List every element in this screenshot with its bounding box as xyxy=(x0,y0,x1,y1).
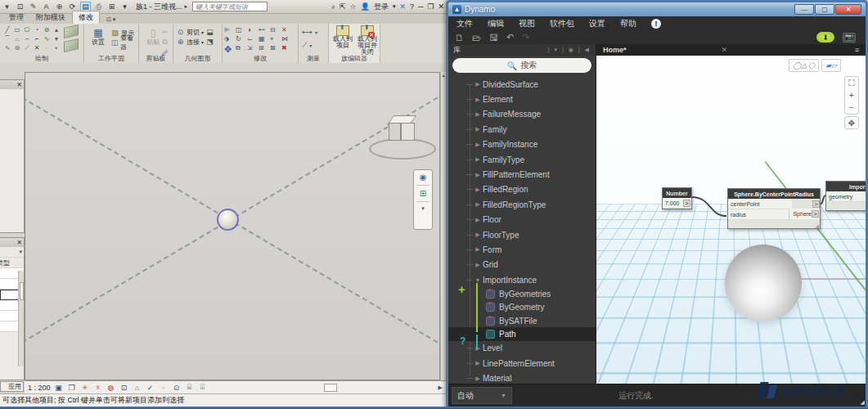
node-sphere-title[interactable]: Sphere.ByCenterPointRadius xyxy=(728,189,820,199)
visual-style-icon[interactable]: ❒ xyxy=(67,383,77,393)
edit-type-button[interactable]: 编辑类型 xyxy=(0,258,24,268)
unlock-view-icon[interactable]: ✓ xyxy=(146,383,155,393)
viewcube-front-face[interactable] xyxy=(401,123,415,141)
geometry-view-button[interactable]: ◯△⬡ xyxy=(789,59,819,72)
workspace-menu-icon[interactable]: ≡ xyxy=(855,46,859,54)
qat-dropdown-icon[interactable]: ▾ xyxy=(2,2,12,12)
reveal-hidden-icon[interactable]: ⊙ xyxy=(172,383,182,393)
spline2-icon[interactable]: ∿ xyxy=(42,34,52,43)
expand-arrow-icon[interactable]: ▶ xyxy=(473,97,483,103)
extrusion-icon[interactable] xyxy=(64,25,79,38)
export-image-camera-icon[interactable]: 📷 xyxy=(843,33,856,43)
extend-icon[interactable]: ⊷ xyxy=(259,26,270,35)
expand-arrow-icon[interactable]: ▶ xyxy=(473,360,483,366)
spline-tool-icon[interactable]: ∿ xyxy=(2,43,12,52)
cut-scissors-icon[interactable]: ✂ xyxy=(160,27,169,36)
lib-item-familyinstance[interactable]: ▶FamilyInstance xyxy=(448,137,596,152)
output-port[interactable]: > xyxy=(812,210,819,218)
split-icon[interactable]: ⊟ xyxy=(270,26,281,35)
node-number-title[interactable]: Number xyxy=(663,188,691,198)
expand-arrow-icon[interactable]: ▶ xyxy=(473,126,483,133)
cut-geometry-button[interactable]: ⊙剪切▾⬓ xyxy=(176,27,214,37)
workplane-viewer-button[interactable]: ◫查看器 xyxy=(110,38,138,47)
set-workplane-button[interactable]: ▦ 设置 xyxy=(86,26,110,46)
delete-x-icon[interactable]: ✖ xyxy=(281,44,293,53)
close-button[interactable]: ✕ xyxy=(835,4,861,15)
trim-icon[interactable]: ⌙ xyxy=(247,35,259,44)
apply-button[interactable]: 应用 xyxy=(0,381,24,392)
node-importinstance[interactable]: Importin geometry xyxy=(825,181,866,211)
ellipse2-icon[interactable]: ⊖ xyxy=(12,43,22,52)
lib-item-familytype[interactable]: ▶FamilyType xyxy=(448,152,596,167)
circle-tool-icon[interactable]: ◔ xyxy=(32,25,42,34)
redo-icon[interactable]: ↷ xyxy=(522,32,529,43)
scale-icon[interactable]: ⇲ xyxy=(247,44,259,53)
output-port[interactable]: > xyxy=(683,200,690,207)
expand-arrow-icon[interactable]: ▶ xyxy=(473,172,483,178)
array-icon[interactable]: ▦ xyxy=(259,35,270,44)
lib-item-failuremessage[interactable]: ▶FailureMessage xyxy=(448,107,596,122)
pick-face-icon[interactable]: ✕ xyxy=(32,43,42,52)
offset-icon[interactable]: ◫ xyxy=(236,26,247,35)
input-geometry[interactable]: geometry xyxy=(826,191,866,202)
measure-line-icon[interactable]: ⟷ ▾ xyxy=(302,28,317,36)
lib-item-importinstance[interactable]: ▼ImportInstance xyxy=(448,272,596,287)
mirror-icon[interactable]: ◑ xyxy=(247,26,259,35)
vertical-scrollbar[interactable]: ▴ xyxy=(440,72,446,380)
signin-dropdown-icon[interactable]: ▾ xyxy=(393,3,396,10)
lib-item-floortype[interactable]: ▶FloorType xyxy=(448,227,596,242)
align-icon[interactable]: ⊫ xyxy=(224,26,236,35)
copy-icon[interactable]: ⧉ xyxy=(160,38,169,47)
tab-manage[interactable]: 管理 xyxy=(3,11,29,24)
save-icon[interactable]: 🖫 xyxy=(489,33,498,43)
menu-file[interactable]: 文件 xyxy=(456,18,473,29)
tab-close-icon[interactable]: ✕ xyxy=(722,46,728,54)
view-scale[interactable]: 1 : 200 xyxy=(28,384,51,392)
exchange-icon[interactable]: ⇱ xyxy=(340,2,346,11)
node-number-value[interactable]: 7.000 > xyxy=(663,198,691,209)
group-icon[interactable]: ⊞ xyxy=(259,44,270,53)
tab-modify[interactable]: 修改 xyxy=(72,11,100,24)
zoom-fit-icon[interactable]: ⛶ xyxy=(849,77,855,89)
close-icon[interactable]: ✕ xyxy=(16,239,22,246)
notification-icon[interactable]: ! xyxy=(651,19,661,29)
node-sphere-bycenterpointradius[interactable]: Sphere.ByCenterPointRadius centerPoint >… xyxy=(727,188,821,229)
expand-arrow-icon[interactable]: ▶ xyxy=(473,231,483,238)
resize-grip-icon[interactable]: ◢ xyxy=(861,399,865,406)
output-sphere[interactable]: Sphere > xyxy=(789,209,820,219)
scroll-right-icon[interactable]: ▶ xyxy=(438,384,443,391)
crop-view-icon[interactable]: ⊡ xyxy=(119,383,129,393)
lib-item-floor[interactable]: ▶Floor xyxy=(448,213,596,227)
minimize-button[interactable]: ─ xyxy=(418,2,423,11)
detail-level-icon[interactable]: ▣ xyxy=(54,383,64,393)
graph-canvas[interactable]: ◯△⬡ ▰▱ ⛶ + − ✥ Number 7.000 > xyxy=(596,56,866,384)
ribbon-state-icon[interactable]: ⊡ ▾ xyxy=(101,16,121,24)
load-to-project-close-button[interactable]: 载入到项目并关闭 xyxy=(355,25,380,56)
sphere-family-element[interactable] xyxy=(217,209,239,231)
worksharing-icon[interactable]: ⌸ xyxy=(185,383,195,393)
expand-arrow-icon[interactable]: ▶ xyxy=(473,246,483,253)
globe-icon[interactable]: ⊛ xyxy=(54,2,65,12)
input-radius[interactable]: radius > xyxy=(728,209,792,220)
run-mode-select[interactable]: 自动 ▼ xyxy=(452,387,512,404)
line-tool-icon[interactable]: ╱ xyxy=(2,25,12,34)
type-selector[interactable]: ▾ xyxy=(0,247,24,258)
temp-hide-icon[interactable]: ◦ xyxy=(159,383,169,393)
menu-view[interactable]: 视图 xyxy=(519,18,535,29)
lib-item-bysatfile[interactable]: BySATFile xyxy=(448,314,596,327)
library-search-input[interactable]: 🔍 搜索 xyxy=(452,58,591,73)
ellipse-tool-icon[interactable]: ⊘ xyxy=(42,25,52,34)
scroll-mid-icon[interactable]: ▾ xyxy=(52,34,61,43)
tab-addins[interactable]: 附加模块 xyxy=(30,11,71,24)
zoom-out-icon[interactable]: − xyxy=(849,101,854,114)
close-button[interactable]: ✕ xyxy=(438,2,444,11)
scroll-dn-icon[interactable]: ▪ xyxy=(52,43,61,52)
load-to-project-button[interactable]: 载入到项目 xyxy=(331,25,355,49)
rect-tool-icon[interactable]: ▭ xyxy=(12,25,22,34)
collapse-arrow-icon[interactable]: ▼ xyxy=(473,277,483,283)
restore-button[interactable]: ❐ xyxy=(427,2,434,11)
lib-item-form[interactable]: ▶Form xyxy=(448,242,596,257)
lib-item-element[interactable]: ▶Element xyxy=(448,92,596,106)
menu-help[interactable]: 帮助 xyxy=(620,18,636,29)
scroll-up-icon[interactable]: ▴ xyxy=(52,25,61,34)
